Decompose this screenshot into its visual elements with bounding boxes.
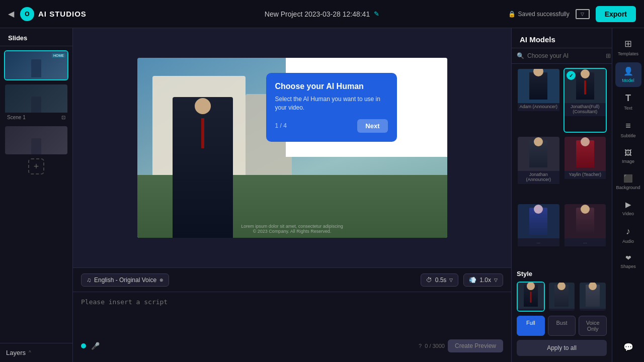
script-input[interactable] xyxy=(81,298,503,333)
slide-thumb-2 xyxy=(5,84,67,113)
right-sidebar: AI Models 🔍 ⊞ Adam (Announcer) ✓ xyxy=(511,28,612,362)
back-icon[interactable]: ◀ xyxy=(8,9,14,19)
sidebar-item-shapes[interactable]: ❤ Shapes xyxy=(615,250,641,273)
script-bottom: 🎤 ? 0 / 3000 Create Preview xyxy=(81,339,503,352)
model-name-3: Jonathan (Announcer) xyxy=(518,171,559,184)
model-icon: 👤 xyxy=(623,66,633,76)
sidebar-item-image[interactable]: 🖼 Image xyxy=(615,144,641,168)
saved-label: 🔒 Saved successfully xyxy=(508,11,570,18)
type-buttons-row: Full Bust Voice Only xyxy=(517,316,607,336)
layers-bar[interactable]: Layers ^ xyxy=(0,343,72,362)
search-icon: 🔍 xyxy=(517,52,524,59)
figure-head xyxy=(194,97,212,115)
lock-icon: 🔒 xyxy=(508,11,516,18)
selected-badge: ✓ xyxy=(567,71,576,80)
model-name-4: Yaylin (Teacher) xyxy=(565,171,606,179)
type-bust-button[interactable]: Bust xyxy=(548,316,576,336)
slide-2-figure xyxy=(31,97,41,113)
ai-model-card-2[interactable]: ✓ Jonathan(Full) (Consultant) xyxy=(564,68,607,133)
style-name-1 xyxy=(518,309,544,311)
canvas-bottom-bar: ♫ English - Original Voice ⊗ ⏱ 0.5s ▽ 💨 … xyxy=(73,267,511,292)
image-icon: 🖼 xyxy=(624,148,632,157)
sidebar-item-video[interactable]: ▶ Video xyxy=(615,196,641,220)
voice-icon: ♫ xyxy=(87,277,91,284)
ai-dialog-footer: 1 / 4 Next xyxy=(275,119,388,133)
edit-icon[interactable]: ✎ xyxy=(374,10,379,18)
model-name-1: Adam (Announcer) xyxy=(518,103,559,111)
model-name-5: ... xyxy=(518,238,559,246)
sidebar-item-templates[interactable]: ⊞ Templates xyxy=(615,34,641,60)
create-preview-button[interactable]: Create Preview xyxy=(448,339,503,352)
image-label: Image xyxy=(622,159,634,164)
ai-search-row: 🔍 ⊞ xyxy=(512,48,612,64)
ai-dialog-step: 1 / 4 xyxy=(275,122,287,129)
duration-selector[interactable]: ⏱ 0.5s ▽ xyxy=(421,274,459,287)
background-icon: ⬛ xyxy=(623,174,633,183)
add-slide-button[interactable]: + xyxy=(28,158,44,174)
export-button[interactable]: Export xyxy=(596,6,636,22)
ai-model-card-1[interactable]: Adam (Announcer) xyxy=(517,68,560,133)
ai-model-card-5[interactable]: ... xyxy=(517,203,560,263)
canvas-area: Luxury HOME Lorem ipsum dolor sit amet, … xyxy=(73,28,511,362)
ai-model-card-6[interactable]: ... xyxy=(564,203,607,263)
ai-search-input[interactable] xyxy=(527,52,603,59)
slide-item-1[interactable]: HOME xyxy=(4,50,68,80)
style-thumb-3 xyxy=(580,283,606,309)
apply-all-button[interactable]: Apply to all xyxy=(517,340,607,356)
model-thumb-6 xyxy=(565,204,606,238)
voice-label: English - Original Voice xyxy=(94,277,156,284)
slide-item-3[interactable] xyxy=(4,125,68,155)
sidebar-item-subtitle[interactable]: ≡ Subtitle xyxy=(615,117,641,142)
type-voice-only-button[interactable]: Voice Only xyxy=(579,316,607,336)
screen-selector[interactable]: ▽ xyxy=(576,9,590,19)
sidebar-item-chat[interactable]: 💬 xyxy=(615,338,641,356)
speed-selector[interactable]: 💨 1.0x ▽ xyxy=(463,274,503,287)
topbar: ◀ O AI STUDIOS New Project 2023-03-28 12… xyxy=(0,0,644,28)
layers-chevron: ^ xyxy=(29,350,31,355)
logo-area[interactable]: ◀ O AI STUDIOS xyxy=(8,7,87,21)
slide-item-2[interactable]: Scene 1 ⊡ xyxy=(4,83,68,122)
style-thumb-1 xyxy=(518,283,544,309)
text-icon: T xyxy=(625,93,631,104)
sidebar-item-audio[interactable]: ♪ Audio xyxy=(615,222,641,248)
type-full-button[interactable]: Full xyxy=(517,316,545,336)
model-name-6: ... xyxy=(565,238,606,246)
slide-canvas: Luxury HOME Lorem ipsum dolor sit amet, … xyxy=(137,58,447,238)
ai-model-card-3[interactable]: Jonathan (Announcer) xyxy=(517,136,560,201)
sidebar-item-background[interactable]: ⬛ Background xyxy=(615,170,641,194)
style-card-2[interactable] xyxy=(548,282,576,312)
speed-icon: 💨 xyxy=(469,277,476,284)
sidebar-item-text[interactable]: T Text xyxy=(615,89,641,115)
audio-icon: ♪ xyxy=(626,226,630,237)
ai-dialog-title: Choose your AI Human xyxy=(275,82,388,91)
style-card-1[interactable] xyxy=(517,282,545,312)
ai-dialog-description: Select the AI Human you want to use in y… xyxy=(275,95,388,112)
topbar-right: 🔒 Saved successfully ▽ Export xyxy=(508,6,636,22)
help-icon: ? xyxy=(419,343,422,349)
mic-icon[interactable]: 🎤 xyxy=(91,342,100,350)
templates-label: Templates xyxy=(618,51,638,56)
ai-models-grid: Adam (Announcer) ✓ Jonathan(Full) (Consu… xyxy=(512,64,612,267)
project-title-text: New Project 2023-03-28 12:48:41 xyxy=(265,10,370,18)
filter-icon[interactable]: ⊞ xyxy=(606,52,611,59)
figure-tie xyxy=(201,118,204,148)
duration-value: 0.5s xyxy=(435,277,447,284)
icon-panel: ⊞ Templates 👤 Model T Text ≡ Subtitle 🖼 … xyxy=(612,28,644,362)
model-name-2: Jonathan(Full) (Consultant) xyxy=(565,103,606,116)
canvas-watermark: Lorem ipsum dolor sit amet, consectetur … xyxy=(241,224,343,234)
voice-selector[interactable]: ♫ English - Original Voice ⊗ xyxy=(81,274,169,287)
style-grid xyxy=(517,282,607,312)
ai-model-card-4[interactable]: Yaylin (Teacher) xyxy=(564,136,607,201)
model-thumb-4 xyxy=(565,137,606,171)
sidebar-item-model[interactable]: 👤 Model xyxy=(615,62,641,87)
ai-models-title: AI Models xyxy=(520,35,555,44)
slide-thumb-1: HOME xyxy=(5,51,67,79)
model-thumb-1 xyxy=(518,69,559,103)
templates-icon: ⊞ xyxy=(624,38,632,49)
ai-dialog-next-button[interactable]: Next xyxy=(357,119,387,133)
main-layout: Slides HOME Scene 1 ⊡ xyxy=(0,28,644,362)
style-card-3[interactable] xyxy=(579,282,607,312)
background-label: Background xyxy=(616,185,640,190)
video-label: Video xyxy=(622,211,634,216)
chat-icon: 💬 xyxy=(623,342,633,352)
